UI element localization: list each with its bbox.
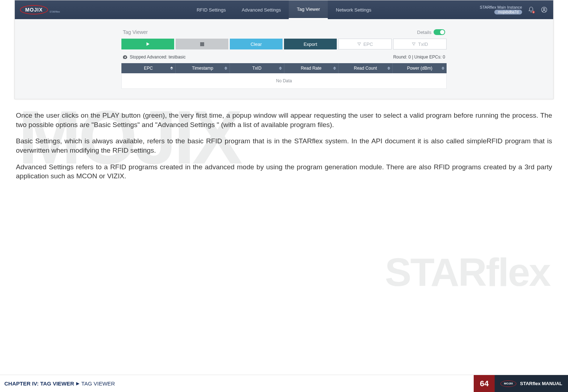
sort-icon (387, 67, 390, 70)
table-nodata: No Data (121, 73, 447, 89)
main-nav: RFID Settings Advanced Settings Tag View… (189, 0, 379, 19)
button-row: Clear Export EPC TxID (121, 39, 447, 49)
status-left: Stopped Advanced: testbasic (123, 55, 186, 60)
details-toggle[interactable]: Details (417, 29, 445, 35)
logo-sub: STARflex (50, 10, 60, 13)
panel-body: Tag Viewer Details Clear Export EPC (15, 19, 553, 99)
logo-text: MOJIX (20, 5, 48, 14)
body-text: Once the user clicks on the PLAY button … (16, 111, 552, 181)
footer: CHAPTER IV: TAG VIEWER ▶ TAG VIEWER 64 M… (0, 375, 568, 392)
panel-title: Tag Viewer (123, 29, 148, 35)
instance-main: STARflex Main Instance (480, 5, 522, 9)
breadcrumb-sub: TAG VIEWER (81, 380, 115, 387)
filter-icon (357, 42, 361, 46)
breadcrumb-arrow-icon: ▶ (76, 381, 79, 386)
th-epc[interactable]: EPC (121, 63, 176, 73)
play-button[interactable] (121, 39, 174, 49)
th-label: TxID (252, 66, 261, 71)
th-timestamp[interactable]: Timestamp (176, 63, 230, 73)
mini-logo: MOJIX (500, 380, 516, 387)
th-label: EPC (144, 66, 153, 71)
paragraph-2: Basic Settings, which is always availabl… (16, 136, 552, 155)
nav-advanced-settings[interactable]: Advanced Settings (234, 0, 289, 19)
status-row: Stopped Advanced: testbasic Round: 0 | U… (121, 49, 447, 63)
paragraph-1: Once the user clicks on the PLAY button … (16, 111, 552, 129)
breadcrumb-chapter: CHAPTER IV: TAG VIEWER (4, 380, 74, 387)
stop-button[interactable] (176, 39, 228, 49)
sort-icon (279, 67, 282, 70)
th-txid[interactable]: TxID (230, 63, 284, 73)
topbar-right: STARflex Main Instance mojixbdba7d 1 (480, 5, 548, 14)
th-label: Timestamp (192, 66, 213, 71)
table-header: EPC Timestamp TxID Read Rate Read Count (121, 63, 447, 73)
export-button[interactable]: Export (284, 39, 337, 49)
user-icon[interactable] (540, 6, 548, 14)
filter-epc-button[interactable]: EPC (338, 39, 392, 49)
filter-txid-label: TxID (418, 42, 428, 47)
logo: MOJIX STARflex (20, 5, 60, 14)
bell-badge: 1 (532, 10, 535, 14)
th-label: Read Count (354, 66, 377, 71)
filter-icon (412, 42, 416, 46)
gear-icon (123, 55, 128, 60)
instance-badge: mojixbdba7d (494, 10, 522, 14)
sort-icon (442, 67, 444, 70)
manual-label: STARflex MANUAL (520, 381, 562, 386)
paragraph-3: Advanced Settings refers to a RFID progr… (16, 162, 552, 181)
toggle-icon (434, 29, 445, 35)
th-label: Power (dBm) (407, 66, 432, 71)
filter-epc-label: EPC (363, 42, 373, 47)
breadcrumb: CHAPTER IV: TAG VIEWER ▶ TAG VIEWER (4, 380, 115, 387)
sort-icon (224, 67, 227, 70)
stop-icon (200, 42, 204, 46)
th-power[interactable]: Power (dBm) (393, 63, 447, 73)
th-readcount[interactable]: Read Count (339, 63, 393, 73)
instance-block: STARflex Main Instance mojixbdba7d (480, 5, 522, 14)
watermark-starflex: STARflex (385, 249, 550, 295)
nav-network-settings[interactable]: Network Settings (328, 0, 379, 19)
bell-icon[interactable]: 1 (527, 6, 535, 14)
page-number: 64 (474, 375, 495, 392)
svg-point-1 (543, 8, 545, 10)
details-label: Details (417, 30, 431, 35)
status-left-text: Stopped Advanced: testbasic (130, 55, 186, 60)
manual-badge: MOJIX STARflex MANUAL (495, 375, 568, 392)
status-right-text: Round: 0 | Unique EPCs: 0 (393, 55, 445, 60)
sort-icon (333, 67, 336, 70)
nav-tag-viewer[interactable]: Tag Viewer (289, 0, 328, 19)
clear-button[interactable]: Clear (230, 39, 283, 49)
screenshot-region: MOJIX STARflex RFID Settings Advanced Se… (14, 0, 554, 99)
filter-txid-button[interactable]: TxID (393, 39, 447, 49)
play-icon (145, 42, 150, 47)
panel-title-row: Tag Viewer Details (121, 28, 447, 39)
th-readrate[interactable]: Read Rate (284, 63, 339, 73)
sort-icon (170, 67, 173, 70)
nav-rfid-settings[interactable]: RFID Settings (189, 0, 234, 19)
topbar: MOJIX STARflex RFID Settings Advanced Se… (15, 0, 553, 19)
th-label: Read Rate (301, 66, 321, 71)
